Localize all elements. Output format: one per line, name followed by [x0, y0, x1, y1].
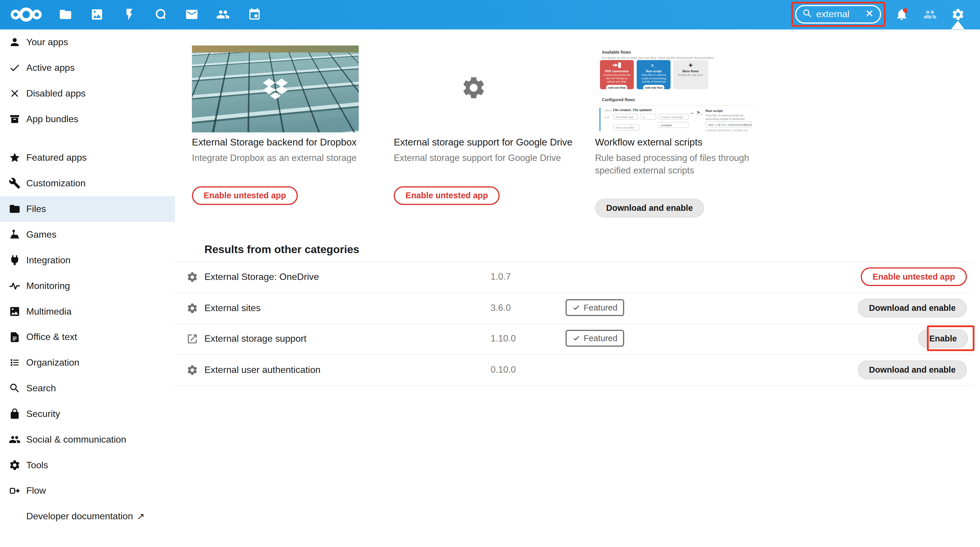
row-separator [175, 354, 972, 355]
plug-wrench-icon [9, 254, 21, 266]
sidebar-item-tools[interactable]: Tools [0, 452, 175, 478]
people-icon [9, 434, 21, 445]
app-card-subtitle: Integrate Dropbox as an external storage [192, 152, 359, 164]
nextcloud-logo-icon[interactable] [10, 6, 42, 25]
sidebar-item-multimedia[interactable]: Multimedia [0, 299, 175, 324]
check-icon [573, 334, 580, 342]
wf-when-label: When [605, 109, 612, 112]
sidebar-item-label: Customization [26, 178, 86, 189]
dropbox-logo-icon [263, 78, 288, 103]
archive-box-icon [9, 113, 21, 125]
apps-category-sidebar: Your apps Active apps Disabled apps App … [0, 29, 175, 547]
wf-action-title: Run script [706, 109, 722, 113]
sidebar-item-label: Security [26, 409, 60, 419]
contacts-menu-icon[interactable] [923, 8, 937, 21]
dropbox-app-screenshot [192, 46, 359, 132]
sidebar-item-organization[interactable]: Organization [0, 350, 175, 375]
wf-action-desc: Pass files to external scripts for proce… [706, 114, 751, 121]
wf-flow-name: PDF conversion [600, 69, 634, 73]
wf-available-flows-hint: For details on how to write your own flo… [602, 56, 714, 59]
document-icon [9, 331, 21, 343]
talk-icon[interactable] [154, 8, 167, 21]
enable-untested-app-button[interactable]: Enable untested app [861, 267, 967, 286]
app-card-google-drive: External storage support for Google Driv… [394, 46, 572, 205]
sidebar-item-app-bundles[interactable]: App bundles [0, 106, 175, 132]
gear-icon [186, 364, 198, 376]
sidebar-item-label: Monitoring [26, 280, 70, 291]
gear-icon [186, 271, 198, 283]
download-and-enable-button[interactable]: Download and enable [595, 199, 704, 217]
sidebar-item-label: Files [26, 204, 46, 214]
files-icon[interactable] [59, 8, 72, 21]
sidebar-item-customization[interactable]: Customization [0, 170, 175, 196]
list-icon [9, 356, 21, 369]
sidebar-item-label: App bundles [26, 114, 78, 124]
wf-terminal-icon: >_ [697, 109, 703, 116]
wf-action-hint: Available placeholder variables are list… [706, 129, 752, 132]
sidebar-item-label: Your apps [26, 37, 68, 48]
sidebar-item-games[interactable]: Games [0, 222, 175, 248]
magnifier-icon [9, 382, 21, 394]
sidebar-item-social-communication[interactable]: Social & communication [0, 426, 175, 452]
wf-filter-input: Custom mimetype [659, 114, 689, 120]
app-card-title: External Storage backend for Dropbox [192, 136, 359, 149]
star-icon [9, 152, 21, 164]
contacts-icon[interactable] [216, 8, 230, 21]
workflow-app-screenshot: Available flows For details on how to wr… [595, 46, 755, 132]
row-separator [175, 293, 972, 293]
developer-documentation-link[interactable]: Developer documentation ↗ [0, 504, 175, 529]
flow-icon [9, 485, 21, 497]
close-icon [9, 87, 21, 99]
sidebar-item-active-apps[interactable]: Active apps [0, 55, 175, 81]
row-separator [175, 385, 972, 386]
mail-icon[interactable] [185, 8, 199, 21]
calendar-icon[interactable] [248, 8, 261, 21]
wrench-icon [9, 177, 21, 189]
activity-icon[interactable] [123, 8, 136, 21]
wf-active-flow-bar [600, 108, 601, 131]
notifications-bell-icon[interactable] [895, 8, 908, 21]
active-app-caret [951, 21, 964, 29]
sidebar-item-featured-apps[interactable]: Featured apps [0, 145, 175, 170]
enable-untested-app-button[interactable]: Enable untested app [394, 186, 500, 205]
wf-terminal-icon: >_ [637, 62, 671, 68]
sidebar-item-files[interactable]: Files [0, 196, 175, 222]
wf-flow-name: Run script [637, 69, 671, 73]
app-card-workflow-scripts: Available flows For details on how to wr… [595, 46, 755, 217]
sidebar-item-flow[interactable]: Flow [0, 478, 175, 504]
settings-gear-icon[interactable] [951, 8, 965, 21]
sidebar-item-security[interactable]: Security [0, 401, 175, 427]
sidebar-item-label: Games [26, 229, 57, 240]
app-card-subtitle: External storage support for Google Driv… [394, 152, 572, 164]
wf-when-value: File created , File updated [613, 108, 651, 112]
wf-filter-input: is [641, 114, 656, 120]
nextcloud-apps-page: external Your apps Active apps Disab [0, 0, 980, 547]
wf-available-flows-title: Available flows [602, 50, 631, 54]
gear-icon [9, 459, 21, 471]
download-and-enable-button[interactable]: Download and enable [858, 299, 967, 317]
check-icon [573, 304, 580, 312]
sidebar-item-search[interactable]: Search [0, 375, 175, 401]
sidebar-item-office-text[interactable]: Office & text [0, 324, 175, 350]
wf-add-new-flow-button: Add new flow [606, 85, 627, 89]
sidebar-item-your-apps[interactable]: Your apps [0, 29, 175, 55]
app-row-version: 1.10.0 [491, 332, 515, 345]
app-row-version: 3.6.0 [491, 302, 511, 314]
top-header-bar: external [0, 0, 980, 29]
sidebar-item-monitoring[interactable]: Monitoring [0, 273, 175, 299]
photos-icon[interactable] [90, 8, 104, 21]
wf-flow-more-flows: + More flows Browse the app store [673, 60, 708, 89]
enable-untested-app-button[interactable]: Enable untested app [192, 186, 298, 205]
dropbox-photo-top-strip [192, 46, 359, 52]
annotation-enable-highlight [927, 325, 974, 351]
sidebar-item-disabled-apps[interactable]: Disabled apps [0, 81, 175, 106]
wf-flow-run-script: >_ Run script Pass files to external scr… [637, 60, 671, 89]
check-icon [9, 62, 21, 74]
download-and-enable-button[interactable]: Download and enable [858, 360, 967, 379]
featured-badge: Featured [566, 299, 624, 316]
sidebar-item-label: Social & communication [26, 434, 126, 445]
sidebar-item-label: Multimedia [26, 306, 72, 317]
sidebar-item-label: Featured apps [26, 152, 87, 163]
sidebar-item-integration[interactable]: Integration [0, 247, 175, 273]
wf-command-input: style -L de %f > /Lektorat/%a/$(basena [706, 121, 752, 127]
